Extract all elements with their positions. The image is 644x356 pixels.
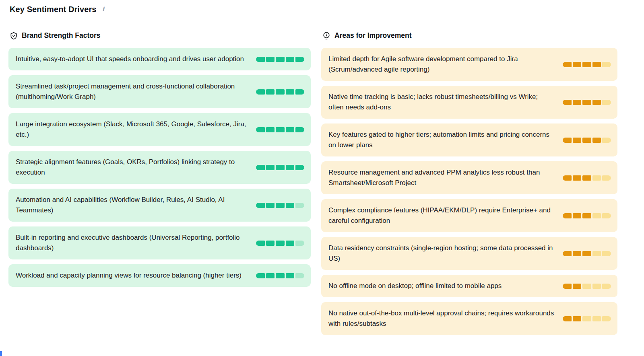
strength-bar-segment [256, 57, 265, 62]
strength-bar-segment [563, 62, 572, 67]
strength-bar-segment [602, 138, 611, 143]
strength-bar-segment [266, 89, 275, 95]
strength-bar-segment [256, 127, 265, 132]
strength-bar-segment [276, 89, 285, 95]
strength-bar-segment [276, 241, 285, 246]
strength-bar [563, 138, 611, 143]
improvement-header: Areas for Improvement [322, 31, 617, 40]
strength-bar-segment [602, 175, 611, 181]
strength-bar-segment [582, 100, 591, 105]
card-text: Strategic alignment features (Goals, OKR… [16, 157, 248, 178]
strength-bar-segment [276, 165, 285, 170]
strength-bar [563, 100, 611, 105]
strength-bar-segment [266, 165, 275, 170]
strength-bar-segment [286, 127, 295, 132]
strength-bar-segment [266, 241, 275, 246]
strength-bar-segment [582, 175, 591, 181]
sentiment-card: Native time tracking is basic; lacks rob… [321, 86, 617, 119]
strength-bar-segment [295, 241, 304, 246]
strength-bar [563, 175, 611, 181]
strength-bar-segment [573, 284, 582, 289]
card-text: Intuitive, easy-to-adopt UI that speeds … [16, 54, 248, 64]
strength-bar-segment [563, 138, 572, 143]
strength-bar-segment [592, 100, 601, 105]
improvement-column: Areas for Improvement Limited depth for … [321, 31, 617, 340]
improvement-card-list: Limited depth for Agile software develop… [321, 48, 617, 335]
strength-bar-segment [602, 251, 611, 256]
strength-bar-segment [573, 251, 582, 256]
sentiment-card: Intuitive, easy-to-adopt UI that speeds … [8, 48, 311, 70]
strength-bar-segment [276, 273, 285, 278]
strength-bar-segment [286, 273, 295, 278]
strength-bar [563, 284, 611, 289]
strength-bar-segment [602, 100, 611, 105]
sentiment-card: Key features gated to higher tiers; auto… [321, 123, 617, 156]
strength-bar-segment [563, 100, 572, 105]
strength-bar-segment [256, 89, 265, 95]
card-text: Complex compliance features (HIPAA/EKM/D… [328, 205, 555, 226]
strength-bar-segment [563, 284, 572, 289]
brand-strength-card-list: Intuitive, easy-to-adopt UI that speeds … [8, 48, 311, 287]
strength-bar-segment [276, 203, 285, 208]
sentiment-card: No offline mode on desktop; offline limi… [321, 275, 617, 297]
strength-bar-segment [602, 213, 611, 218]
strength-bar [256, 165, 304, 170]
strength-bar-segment [266, 203, 275, 208]
strength-bar-segment [573, 213, 582, 218]
strength-bar [563, 316, 611, 321]
blue-corner-artifact [0, 351, 2, 356]
card-text: Workload and capacity planning views for… [16, 270, 248, 281]
strength-bar-segment [563, 175, 572, 181]
strength-bar-segment [563, 316, 572, 321]
shield-check-icon [10, 32, 18, 40]
strength-bar-segment [573, 175, 582, 181]
strength-bar-segment [592, 284, 601, 289]
strength-bar-segment [592, 175, 601, 181]
strength-bar-segment [286, 241, 295, 246]
strength-bar [563, 62, 611, 67]
strength-bar [256, 203, 304, 208]
strength-bar-segment [286, 89, 295, 95]
strength-bar-segment [582, 251, 591, 256]
strength-bar-segment [582, 284, 591, 289]
sentiment-card: Streamlined task/project management and … [8, 75, 311, 108]
strength-bar-segment [592, 138, 601, 143]
strength-bar-segment [266, 273, 275, 278]
strength-bar-segment [573, 316, 582, 321]
strength-bar [256, 89, 304, 95]
strength-bar [256, 57, 304, 62]
strength-bar-segment [602, 316, 611, 321]
improvement-title: Areas for Improvement [334, 31, 412, 40]
sentiment-card: Resource management and advanced PPM ana… [321, 161, 617, 194]
card-text: Limited depth for Agile software develop… [328, 54, 555, 75]
panel-header: Key Sentiment Drivers i [0, 0, 644, 19]
strength-bar-segment [573, 62, 582, 67]
card-text: Resource management and advanced PPM ana… [328, 167, 555, 188]
strength-bar-segment [256, 273, 265, 278]
strength-bar-segment [602, 62, 611, 67]
card-text: No offline mode on desktop; offline limi… [328, 281, 555, 291]
sentiment-card: Built-in reporting and executive dashboa… [8, 226, 311, 259]
strength-bar-segment [592, 213, 601, 218]
strength-bar-segment [582, 138, 591, 143]
sentiment-card: Strategic alignment features (Goals, OKR… [8, 151, 311, 184]
strength-bar [563, 213, 611, 218]
strength-bar-segment [256, 203, 265, 208]
strength-bar-segment [295, 273, 304, 278]
strength-bar-segment [592, 251, 601, 256]
strength-bar-segment [256, 241, 265, 246]
card-text: Automation and AI capabilities (Workflow… [16, 195, 248, 216]
page-title: Key Sentiment Drivers [10, 5, 97, 14]
info-icon[interactable]: i [102, 6, 105, 13]
strength-bar-segment [286, 57, 295, 62]
strength-bar-segment [295, 165, 304, 170]
card-text: Data residency constraints (single-regio… [328, 243, 555, 264]
sentiment-card: Complex compliance features (HIPAA/EKM/D… [321, 199, 617, 232]
strength-bar [256, 241, 304, 246]
strength-bar-segment [256, 165, 265, 170]
card-text: Built-in reporting and executive dashboa… [16, 233, 248, 253]
sentiment-drivers-panel: Brand Strength Factors Intuitive, easy-t… [0, 19, 644, 340]
strength-bar-segment [573, 138, 582, 143]
lightbulb-zap-icon [322, 32, 330, 40]
strength-bar-segment [563, 251, 572, 256]
